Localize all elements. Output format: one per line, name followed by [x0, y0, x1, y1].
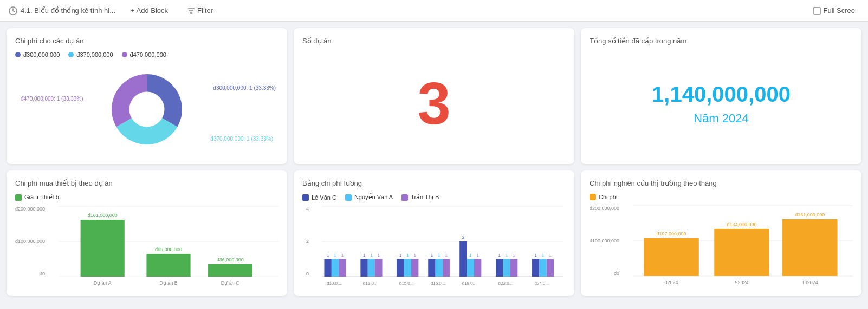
- svg-text:1: 1: [341, 253, 344, 258]
- salary-dot-tran: [401, 194, 408, 201]
- svg-text:102024: 102024: [802, 280, 818, 285]
- svg-text:1: 1: [476, 253, 479, 258]
- svg-rect-23: [397, 259, 404, 277]
- legend-item-3: đ470,000,000: [122, 51, 166, 58]
- filter-icon: [187, 7, 195, 15]
- equipment-legend: Giá trị thiết bị: [15, 194, 278, 201]
- total-card: Tổng số tiền đã cấp trong năm 1,140,000,…: [581, 28, 861, 164]
- svg-rect-40: [532, 259, 539, 277]
- legend-dot-3: [122, 52, 127, 57]
- svg-text:đ24,0...: đ24,0...: [535, 281, 549, 286]
- equipment-legend-label: Giá trị thiết bị: [24, 194, 61, 201]
- svg-text:1: 1: [549, 253, 552, 258]
- svg-text:1: 1: [506, 253, 508, 258]
- count-card: Số dự án 3: [294, 28, 574, 164]
- market-title: Chi phí nghiên cứu thị trường theo tháng: [590, 179, 853, 187]
- svg-text:đ107,000,000: đ107,000,000: [657, 231, 686, 236]
- svg-text:82024: 82024: [665, 280, 678, 285]
- salary-label-le: Lê Văn C: [312, 194, 336, 201]
- fullscreen-icon: [813, 7, 821, 15]
- salary-label-nguyen: Nguyễn Văn A: [354, 194, 393, 201]
- bar-b: [146, 254, 190, 277]
- legend-item-1: đ300,000,000: [15, 51, 60, 58]
- svg-rect-28: [436, 259, 443, 277]
- salary-chart-svg: đ10,0... đ11,0... đ15,0... đ16,0... 2: [322, 206, 563, 277]
- pie-label-3: đ470,000,000: 1 (33.33%): [21, 96, 83, 102]
- svg-text:đ134,000,000: đ134,000,000: [727, 222, 756, 227]
- pie-chart-svg: [112, 74, 182, 144]
- svg-text:1: 1: [370, 253, 373, 258]
- svg-rect-38: [510, 259, 517, 277]
- svg-text:1: 1: [378, 253, 380, 258]
- bar-a-label: đ161,000,000: [88, 213, 118, 218]
- svg-rect-42: [547, 259, 554, 277]
- filter-button[interactable]: Filter: [183, 4, 217, 17]
- svg-rect-34: [474, 259, 481, 277]
- svg-text:1: 1: [327, 253, 329, 258]
- legend-dot-2: [68, 52, 74, 57]
- svg-text:1: 1: [445, 253, 448, 258]
- market-legend-square: [590, 194, 596, 200]
- market-chart-area: đ200,000,000 đ100,000,000 đ0 đ107,000,00…: [590, 206, 853, 287]
- clock-icon: [9, 6, 17, 15]
- svg-rect-25: [411, 259, 418, 277]
- svg-rect-24: [404, 259, 411, 277]
- bar-92024: [714, 229, 769, 276]
- market-legend-item: Chi phí: [590, 194, 618, 200]
- salary-dot-nguyen: [345, 194, 352, 201]
- pie-chart-card: Chi phí cho các dự án đ300,000,000 đ370,…: [7, 28, 287, 164]
- bar-b-label: đ65,000,000: [155, 247, 182, 252]
- svg-rect-33: [467, 259, 474, 277]
- svg-text:1: 1: [534, 253, 537, 258]
- salary-chart-area: 4 2 0 đ10,0... đ11,0...: [302, 206, 566, 287]
- svg-text:Dự án B: Dự án B: [159, 280, 178, 286]
- svg-rect-17: [339, 259, 346, 277]
- equipment-legend-square: [15, 194, 22, 201]
- market-legend-label: Chi phí: [599, 194, 618, 200]
- svg-text:1: 1: [513, 253, 515, 258]
- topbar-title: 4.1. Biểu đồ thống kê tình hi...: [9, 6, 115, 15]
- pie-chart-title: Chi phí cho các dự án: [15, 37, 278, 45]
- pie-legend: đ300,000,000 đ370,000,000 đ470,000,000: [15, 51, 278, 58]
- salary-legend-le: Lê Văn C: [302, 194, 336, 201]
- svg-text:đ11,0...: đ11,0...: [363, 281, 378, 286]
- svg-text:1: 1: [498, 253, 501, 258]
- svg-text:1: 1: [431, 253, 433, 258]
- svg-text:đ10,0...: đ10,0...: [327, 281, 341, 286]
- bar-c: [208, 264, 252, 277]
- pie-label-1: đ300,000,000: 1 (33.33%): [213, 85, 276, 91]
- market-legend: Chi phí: [590, 194, 853, 200]
- legend-dot-1: [15, 52, 21, 57]
- add-block-button[interactable]: + Add Block: [126, 4, 172, 17]
- equipment-legend-item: Giá trị thiết bị: [15, 194, 61, 201]
- svg-text:đ18,0...: đ18,0...: [462, 281, 477, 286]
- pie-label-2: đ370,000,000: 1 (33.33%): [210, 136, 273, 142]
- svg-text:1: 1: [438, 253, 441, 258]
- salary-label-tran: Trần Thị B: [411, 194, 439, 201]
- salary-card: Bảng chi phí lương Lê Văn C Nguyễn Văn A…: [294, 170, 574, 296]
- svg-text:1: 1: [406, 253, 409, 258]
- svg-rect-21: [375, 259, 382, 277]
- bar-102024: [782, 219, 838, 276]
- svg-text:1: 1: [399, 253, 402, 258]
- market-card: Chi phí nghiên cứu thị trường theo tháng…: [581, 170, 861, 296]
- svg-rect-41: [539, 259, 546, 277]
- salary-legend: Lê Văn C Nguyễn Văn A Trần Thị B: [302, 194, 566, 201]
- svg-text:1: 1: [413, 253, 416, 258]
- svg-text:1: 1: [542, 253, 545, 258]
- svg-rect-4: [814, 8, 820, 14]
- topbar: 4.1. Biểu đồ thống kê tình hi... + Add B…: [0, 0, 868, 22]
- svg-point-5: [129, 92, 165, 127]
- legend-label-1: đ300,000,000: [23, 51, 60, 58]
- count-value: 3: [417, 74, 450, 133]
- svg-rect-27: [428, 259, 435, 277]
- legend-item-2: đ370,000,000: [68, 51, 113, 58]
- bar-c-label: đ36,000,000: [217, 257, 244, 262]
- equipment-chart-area: đ200,000,000 đ100,000,000 đ0 đ161,000,00…: [15, 206, 278, 287]
- salary-dot-le: [302, 194, 309, 201]
- svg-rect-15: [324, 259, 331, 277]
- salary-title: Bảng chi phí lương: [302, 179, 566, 187]
- total-title: Tổng số tiền đã cấp trong năm: [590, 37, 853, 45]
- fullscreen-button[interactable]: Full Scree: [809, 4, 859, 17]
- legend-label-3: đ470,000,000: [130, 51, 166, 58]
